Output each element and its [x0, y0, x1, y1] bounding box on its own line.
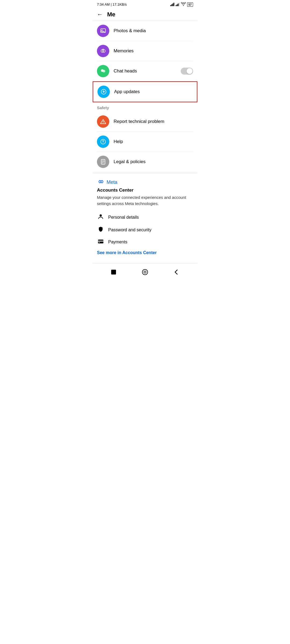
signal-bars-2	[176, 3, 180, 6]
password-security-label: Password and security	[108, 228, 151, 232]
signal-bar	[177, 4, 177, 6]
chat-heads-toggle[interactable]	[181, 68, 193, 75]
chat-heads-label: Chat heads	[114, 68, 181, 74]
signal-bars-1	[170, 3, 174, 6]
personal-details-icon	[97, 214, 104, 221]
meta-infinity-icon	[97, 179, 105, 185]
help-icon	[97, 136, 109, 148]
payments-label: Payments	[108, 240, 127, 244]
toggle-knob	[187, 68, 193, 74]
svg-point-5	[103, 70, 105, 72]
payments-icon	[97, 239, 104, 245]
accounts-item-payments[interactable]: Payments	[97, 236, 193, 248]
header: ← Me	[93, 8, 197, 21]
menu-item-memories[interactable]: Memories	[93, 41, 197, 61]
help-label: Help	[114, 139, 193, 144]
memories-icon	[97, 45, 109, 57]
status-bar: 7:34 AM | 17.1KB/s 57	[93, 0, 197, 8]
section-divider	[93, 172, 197, 174]
personal-details-label: Personal details	[108, 215, 139, 220]
report-problem-label: Report technical problem	[114, 119, 193, 124]
menu-item-chat-heads[interactable]: Chat heads	[93, 61, 197, 81]
nav-back-button[interactable]	[172, 267, 181, 277]
svg-point-21	[144, 271, 146, 273]
signal-bar	[170, 5, 171, 6]
nav-home-button[interactable]	[140, 267, 150, 277]
bottom-navigation	[93, 263, 197, 281]
meta-logo-text: Meta	[107, 180, 117, 185]
menu-item-app-updates[interactable]: App updates	[93, 81, 197, 102]
svg-point-3	[103, 50, 105, 52]
menu-item-legal-policies[interactable]: Legal & policies	[93, 152, 197, 172]
safety-section-header: Safety	[93, 102, 197, 112]
signal-bar	[172, 3, 173, 6]
signal-bar	[179, 3, 180, 6]
svg-point-15	[100, 214, 102, 217]
see-more-accounts-center[interactable]: See more in Accounts Center	[97, 250, 193, 255]
battery-icon: 57	[187, 2, 193, 7]
accounts-item-password-security[interactable]: Password and security	[97, 224, 193, 236]
svg-point-1	[102, 30, 103, 31]
status-icons: 57	[170, 2, 193, 7]
signal-bar	[178, 3, 179, 6]
svg-point-20	[142, 269, 148, 275]
accounts-item-personal-details[interactable]: Personal details	[97, 211, 193, 224]
app-updates-label: App updates	[114, 89, 193, 94]
meta-logo: Meta	[97, 179, 193, 185]
menu-item-help[interactable]: Help	[93, 132, 197, 152]
report-problem-icon	[97, 115, 109, 128]
svg-point-8	[103, 123, 103, 123]
accounts-center-description: Manage your connected experiences and ac…	[97, 195, 193, 207]
menu-item-photos-media[interactable]: Photos & media	[93, 21, 197, 41]
legal-policies-label: Legal & policies	[114, 159, 193, 164]
signal-bar	[173, 3, 174, 6]
back-button[interactable]: ←	[97, 11, 103, 18]
page-title: Me	[107, 11, 115, 18]
signal-bar	[176, 5, 176, 6]
app-updates-icon	[97, 86, 110, 98]
wifi-icon	[181, 2, 186, 7]
memories-label: Memories	[114, 48, 193, 54]
legal-policies-icon	[97, 156, 109, 168]
nav-square-button[interactable]	[109, 267, 118, 277]
svg-point-10	[103, 143, 103, 143]
accounts-center: Meta Accounts Center Manage your connect…	[93, 174, 197, 261]
photos-media-label: Photos & media	[114, 28, 193, 34]
menu-item-report-problem[interactable]: Report technical problem	[93, 112, 197, 131]
status-time: 7:34 AM | 17.1KB/s	[97, 2, 127, 6]
password-security-icon	[97, 226, 104, 233]
signal-bar	[171, 4, 172, 6]
chat-heads-icon	[97, 65, 109, 77]
photos-media-icon	[97, 25, 109, 37]
svg-rect-19	[111, 270, 116, 275]
svg-rect-17	[98, 241, 103, 241]
svg-rect-18	[99, 242, 100, 243]
accounts-center-title: Accounts Center	[97, 188, 193, 193]
